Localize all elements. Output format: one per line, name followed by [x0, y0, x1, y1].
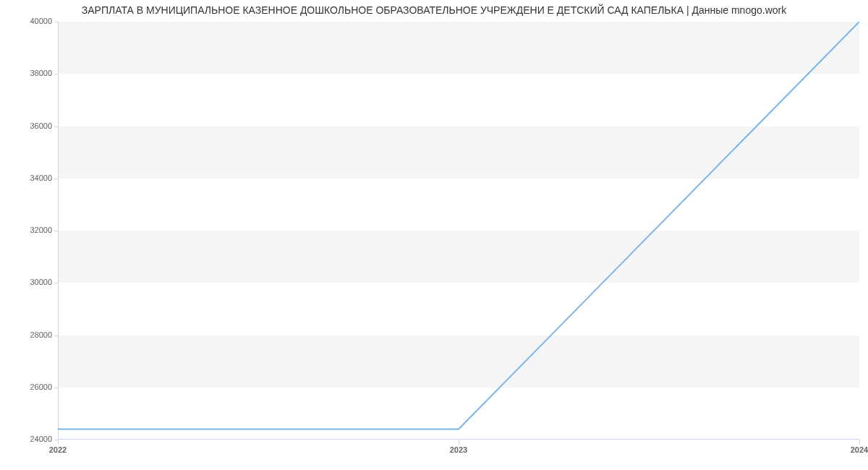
x-tick-label: 2023 [444, 445, 473, 454]
x-tick-mark [459, 440, 459, 444]
plot-area [58, 22, 859, 440]
y-tick-mark [54, 283, 58, 283]
line-series [58, 22, 859, 440]
y-tick-label: 40000 [30, 17, 52, 25]
y-tick-mark [54, 74, 58, 74]
y-tick-label: 32000 [30, 226, 52, 234]
chart-container: ЗАРПЛАТА В МУНИЦИПАЛЬНОЕ КАЗЕННОЕ ДОШКОЛ… [0, 0, 868, 470]
x-tick-mark [58, 440, 59, 444]
y-tick-mark [54, 388, 58, 388]
y-tick-label: 26000 [30, 383, 52, 391]
y-tick-label: 36000 [30, 121, 52, 130]
y-tick-mark [54, 22, 58, 22]
x-tick-label: 2022 [43, 445, 72, 454]
series-line [58, 22, 859, 430]
y-tick-mark [54, 336, 58, 336]
chart-title: ЗАРПЛАТА В МУНИЦИПАЛЬНОЕ КАЗЕННОЕ ДОШКОЛ… [0, 4, 868, 16]
y-tick-label: 38000 [30, 69, 52, 77]
y-tick-label: 24000 [30, 435, 52, 443]
x-tick-label: 2024 [845, 445, 868, 454]
y-tick-label: 34000 [30, 174, 52, 182]
y-tick-label: 28000 [30, 330, 52, 339]
y-tick-mark [54, 231, 58, 231]
x-tick-mark [859, 440, 860, 444]
y-tick-mark [54, 127, 58, 127]
y-tick-label: 30000 [30, 278, 52, 286]
y-tick-mark [54, 179, 58, 179]
